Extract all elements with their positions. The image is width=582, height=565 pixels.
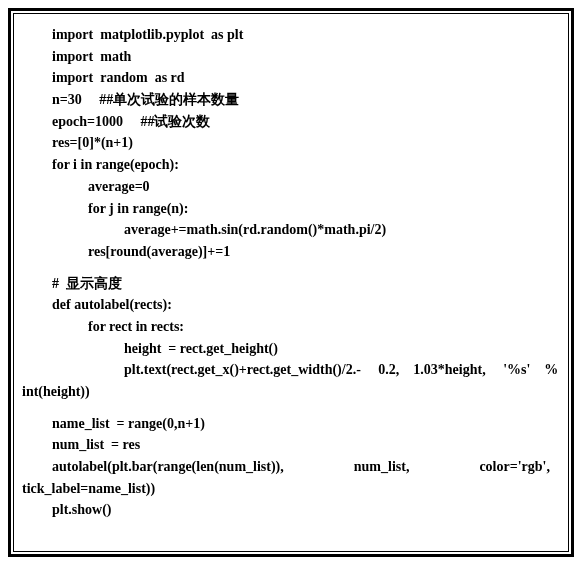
code-line: # 显示高度: [22, 273, 560, 295]
code-line: num_list = res: [22, 434, 560, 456]
code-line: height = rect.get_height(): [22, 338, 560, 360]
code-container: import matplotlib.pyplot as plt import m…: [13, 13, 569, 552]
code-line: name_list = range(0,n+1): [22, 413, 560, 435]
code-line: n=30 ##单次试验的样本数量: [22, 89, 560, 111]
code-line: import matplotlib.pyplot as plt: [22, 24, 560, 46]
code-line: tick_label=name_list)): [22, 478, 560, 500]
code-line: res[round(average)]+=1: [22, 241, 560, 263]
code-line: def autolabel(rects):: [22, 294, 560, 316]
code-line: average=0: [22, 176, 560, 198]
code-line: average+=math.sin(rd.random()*math.pi/2): [22, 219, 560, 241]
code-line: epoch=1000 ##试验次数: [22, 111, 560, 133]
code-line: import random as rd: [22, 67, 560, 89]
code-line: for i in range(epoch):: [22, 154, 560, 176]
code-line: res=[0]*(n+1): [22, 132, 560, 154]
code-line: for j in range(n):: [22, 198, 560, 220]
code-line: plt.text(rect.get_x()+rect.get_width()/2…: [22, 359, 560, 381]
blank-line: [22, 403, 560, 413]
blank-line: [22, 263, 560, 273]
code-line: autolabel(plt.bar(range(len(num_list)), …: [22, 456, 560, 478]
code-line: for rect in rects:: [22, 316, 560, 338]
outer-frame: import matplotlib.pyplot as plt import m…: [8, 8, 574, 557]
code-line: plt.show(): [22, 499, 560, 521]
code-line: import math: [22, 46, 560, 68]
code-line: int(height)): [22, 381, 560, 403]
